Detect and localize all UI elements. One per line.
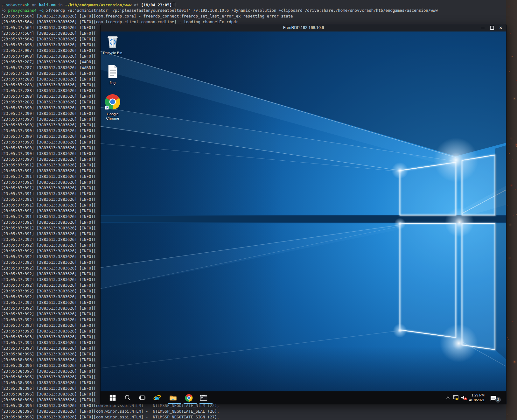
- svg-text:e: e: [155, 394, 159, 402]
- shortcut-arrow-overlay: [105, 106, 108, 109]
- ember-speck: [512, 321, 513, 322]
- terminal-prompt-line: ╭─sn☃vvcr✶sh on kali-vm in ~/htb/endgame…: [1, 2, 438, 8]
- chrome-icon: [105, 94, 121, 110]
- chrome-taskbar-button[interactable]: [185, 394, 193, 402]
- command-prompt-button[interactable]: [199, 394, 208, 402]
- tray-expand-button[interactable]: [445, 394, 452, 401]
- ember-speck: [516, 80, 517, 81]
- prompt-segment: in: [56, 3, 65, 7]
- maximize-button[interactable]: [489, 25, 494, 31]
- prompt-segment: ╭─: [1, 3, 6, 7]
- freerdp-title: FreeRDP:192.168.10.6: [101, 24, 507, 32]
- ember-speck: [513, 215, 514, 216]
- minimize-button[interactable]: [480, 25, 486, 31]
- internet-explorer-icon: e: [153, 394, 161, 402]
- prompt-segment: proxychains4: [8, 8, 37, 13]
- ember-speck: [514, 223, 515, 223]
- prompt-segment: sn: [6, 3, 10, 7]
- ember-speck: [516, 144, 517, 145]
- clock[interactable]: 1:29 PM 4/18/2021: [465, 393, 485, 402]
- start-button[interactable]: [108, 394, 117, 402]
- ember-speck: [510, 148, 510, 148]
- clock-date: 4/18/2021: [465, 398, 485, 402]
- prompt-segment: on: [30, 3, 39, 7]
- prompt-segment: [18/04 23:05]: [141, 3, 172, 7]
- search-button[interactable]: [123, 394, 132, 402]
- clock-time: 1:29 PM: [465, 393, 485, 398]
- ember-speck: [513, 159, 513, 160]
- desktop-icon-flag[interactable]: flag: [101, 65, 124, 85]
- freerdp-window[interactable]: FreeRDP:192.168.10.6 ✕: [100, 24, 507, 404]
- windows-taskbar[interactable]: e: [101, 391, 506, 404]
- prompt-segment: sh: [25, 3, 30, 7]
- prompt-segment: at: [131, 3, 141, 7]
- desktop-icon-google-chrome[interactable]: Google Chrome: [101, 94, 124, 121]
- file-explorer-button[interactable]: [169, 394, 177, 402]
- windows-desktop[interactable]: Recycle Bin flag: [101, 32, 506, 391]
- text-file-icon: [107, 65, 118, 79]
- terminal-log-line: [23:05:37:564] [3883613:3883626] [INFO][…: [1, 13, 438, 19]
- window-controls: ✕: [480, 24, 503, 32]
- prompt-segment: -q: [37, 8, 44, 13]
- prompt-segment: ╰o: [1, 8, 8, 13]
- file-explorer-icon: [169, 394, 177, 402]
- command-prompt-icon: [199, 394, 208, 402]
- desktop-icon-recycle-bin[interactable]: Recycle Bin: [101, 33, 124, 55]
- windows-start-icon: [109, 394, 116, 401]
- screen: ╭─sn☃vvcr✶sh on kali-vm in ~/htb/endgame…: [0, 0, 517, 420]
- running-indicator-command-prompt: [199, 403, 213, 404]
- desktop-icon-label: flag: [101, 81, 124, 85]
- notification-badge: 3: [495, 397, 501, 402]
- running-indicator-chrome: [184, 403, 197, 404]
- search-icon: [124, 394, 131, 401]
- desktop-icon-label: Google Chrome: [104, 112, 122, 121]
- network-status-button[interactable]: [453, 394, 460, 401]
- terminal-log-line: [23:05:38:396] [3883613:3883626] [INFO][…: [1, 409, 438, 414]
- close-button[interactable]: ✕: [498, 25, 503, 31]
- prompt-segment: vvcr: [13, 3, 22, 7]
- windows-hero-wallpaper: [101, 32, 506, 391]
- ember-speck: [514, 361, 515, 362]
- ember-speck: [509, 258, 510, 258]
- desktop-icon-label: Recycle Bin: [101, 51, 124, 55]
- terminal-cursor: [173, 2, 176, 7]
- freerdp-titlebar[interactable]: FreeRDP:192.168.10.6 ✕: [101, 24, 507, 32]
- task-view-icon: [139, 394, 146, 401]
- ember-speck: [515, 189, 516, 190]
- prompt-segment: ✶: [22, 3, 24, 7]
- prompt-segment: xfreerdp /u:'administrator' /p:'pleasefa…: [44, 8, 437, 13]
- terminal-command-line: ╰o proxychains4 -q xfreerdp /u:'administ…: [1, 8, 438, 13]
- task-view-button[interactable]: [138, 394, 146, 402]
- ember-speck: [509, 144, 510, 145]
- chrome-icon: [185, 394, 193, 402]
- running-indicator-file-explorer: [168, 403, 181, 404]
- chevron-up-icon: [445, 394, 451, 401]
- prompt-segment: ~/htb/endgames/ascension/www: [65, 3, 131, 7]
- internet-explorer-button[interactable]: e: [153, 394, 161, 402]
- ember-speck: [507, 205, 508, 206]
- ember-speck: [511, 391, 511, 391]
- prompt-segment: kali-vm: [39, 3, 55, 7]
- terminal-log-line: [23:05:38:396] [3883613:3883626] [INFO][…: [1, 414, 438, 420]
- display-warning-icon: [453, 394, 460, 401]
- recycle-bin-icon: [105, 33, 120, 49]
